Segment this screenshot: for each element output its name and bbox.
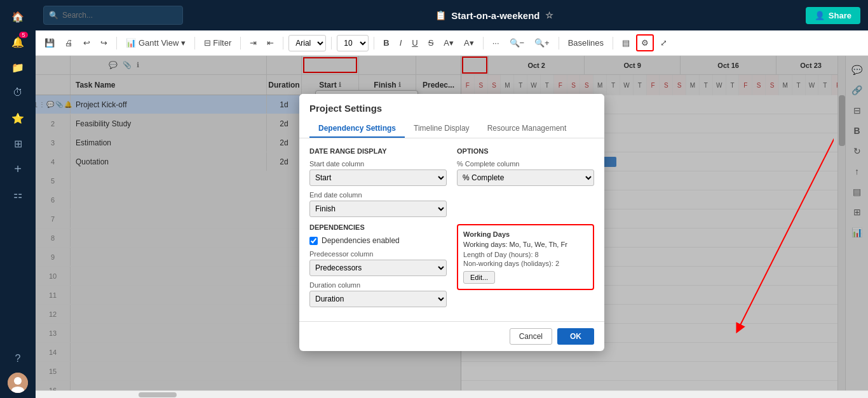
ok-button[interactable]: OK <box>557 328 594 345</box>
size-select[interactable]: 10 <box>337 35 369 51</box>
modal-body: Date range display Start date column Sta… <box>299 138 604 321</box>
gantt-view-icon: 📊 <box>126 38 136 48</box>
dur-col-select[interactable]: Duration <box>309 291 447 307</box>
tab-dependency-settings[interactable]: Dependency Settings <box>309 120 405 138</box>
underline-button[interactable]: U <box>408 36 421 50</box>
strikethrough-button[interactable]: S <box>424 36 438 50</box>
sidebar-icon-home[interactable]: 🏠 <box>6 5 29 28</box>
scrollbar-thumb[interactable] <box>139 392 177 397</box>
date-range-col: Date range display Start date column Sta… <box>309 147 447 312</box>
divider-3 <box>240 37 241 50</box>
tab-resource-management[interactable]: Resource Management <box>478 120 576 138</box>
outdent-button[interactable]: ⇤ <box>263 36 278 50</box>
gantt-view-label: Gantt View <box>139 38 179 48</box>
options-title: Options <box>457 147 594 155</box>
chevron-down-icon: ▾ <box>181 38 186 48</box>
search-icon: 🔍 <box>49 11 58 20</box>
more-button[interactable]: ··· <box>489 36 503 50</box>
baselines-button[interactable]: Baselines <box>564 36 607 50</box>
end-date-col-field: End date column Finish <box>309 191 447 217</box>
dependencies-enabled-label: Dependencies enabled <box>322 236 400 245</box>
sidebar-icon-help[interactable]: ? <box>6 347 29 370</box>
print-button[interactable]: 🖨 <box>61 36 77 50</box>
text-color-button[interactable]: A▾ <box>460 36 478 50</box>
bold-button[interactable]: B <box>379 36 393 50</box>
cancel-button[interactable]: Cancel <box>510 328 552 345</box>
options-col: Options % Complete column % Complete <box>457 147 594 312</box>
horizontal-scrollbar[interactable] <box>36 390 868 398</box>
divider-6 <box>374 37 374 50</box>
pct-complete-select[interactable]: % Complete <box>457 169 594 186</box>
redo-button[interactable]: ↪ <box>97 36 111 50</box>
holidays-text: Non-working days (holidays): 2 <box>463 260 588 267</box>
pct-complete-label: % Complete column <box>457 160 594 168</box>
user-avatar[interactable] <box>8 373 28 393</box>
modal-tabs: Dependency Settings Timeline Display Res… <box>309 120 594 138</box>
indent-button[interactable]: ⇥ <box>246 36 261 50</box>
dependencies-enabled-field: Dependencies enabled <box>309 236 447 245</box>
expand-button[interactable]: ⤢ <box>656 36 671 50</box>
share-icon: 👤 <box>815 11 825 20</box>
pred-col-select[interactable]: Predecessors <box>309 260 447 276</box>
settings-button[interactable]: ⚙ <box>636 34 654 51</box>
zoom-in-button[interactable]: 🔍+ <box>531 36 553 50</box>
divider-5 <box>331 37 332 50</box>
end-date-col-select[interactable]: Finish <box>309 201 447 217</box>
gantt-view-button[interactable]: 📊 Gantt View ▾ <box>122 36 189 50</box>
sidebar-icon-bell[interactable]: 🔔 5 <box>6 30 29 53</box>
modal-title: Project Settings <box>309 103 594 114</box>
zoom-out-button[interactable]: 🔍− <box>506 36 529 50</box>
divider-4 <box>283 37 283 50</box>
sidebar-icon-clock[interactable]: ⏱ <box>6 81 29 104</box>
modal-footer: Cancel OK <box>299 321 604 351</box>
search-input[interactable] <box>62 11 164 20</box>
star-icon[interactable]: ☆ <box>545 10 553 20</box>
toolbar: 💾 🖨 ↩ ↪ 📊 Gantt View ▾ ⊟ Filter ⇥ ⇤ Aria… <box>36 30 868 56</box>
sidebar-icon-apps[interactable]: ⚏ <box>6 183 29 206</box>
date-range-title: Date range display <box>309 147 447 155</box>
search-box[interactable]: 🔍 <box>43 6 183 25</box>
edit-working-days-button[interactable]: Edit... <box>463 271 495 284</box>
font-select[interactable]: Arial <box>288 35 326 51</box>
divider-7 <box>483 37 484 50</box>
dur-col-label: Duration column <box>309 281 447 289</box>
page-title: Start-on-a-weekend <box>451 10 539 21</box>
sidebar-icon-grid[interactable]: ⊞ <box>6 132 29 155</box>
notification-badge: 5 <box>19 32 28 38</box>
left-sidebar: 🏠 🔔 5 📁 ⏱ ⭐ ⊞ + ⚏ ? <box>0 0 36 398</box>
page-title-area: 📋 Start-on-a-weekend ☆ <box>188 10 801 21</box>
filter-button[interactable]: ⊟ Filter <box>200 36 235 50</box>
share-button[interactable]: 👤 Share <box>806 7 860 24</box>
save-button[interactable]: 💾 <box>41 36 58 50</box>
sidebar-icon-plus[interactable]: + <box>6 157 29 180</box>
bg-color-button[interactable]: A▾ <box>440 36 458 50</box>
content-area: 💬 📎 ℹ Task Name Duration <box>36 56 868 390</box>
sidebar-icon-folder[interactable]: 📁 <box>6 56 29 79</box>
layout-button[interactable]: ▤ <box>618 36 634 50</box>
undo-button[interactable]: ↩ <box>79 36 94 50</box>
divider-8 <box>559 37 559 50</box>
divider-1 <box>116 37 117 50</box>
pred-col-field: Predecessor column Predecessors <box>309 250 447 276</box>
filter-label: Filter <box>213 38 231 48</box>
divider-9 <box>613 37 613 50</box>
project-icon: 📋 <box>435 10 446 20</box>
modal-columns: Date range display Start date column Sta… <box>309 147 594 312</box>
pred-col-label: Predecessor column <box>309 250 447 258</box>
top-bar: 🔍 📋 Start-on-a-weekend ☆ 👤 Share <box>36 0 868 30</box>
divider-2 <box>194 37 195 50</box>
working-hours-text: Length of Day (hours): 8 <box>463 251 588 258</box>
dur-col-field: Duration column Duration <box>309 281 447 307</box>
dependencies-title: Dependencies <box>309 223 447 231</box>
share-label: Share <box>829 11 851 20</box>
sidebar-icon-star[interactable]: ⭐ <box>6 107 29 129</box>
start-date-col-select[interactable]: Start <box>309 169 447 186</box>
working-days-box: Working Days Working days: Mo, Tu, We, T… <box>457 224 594 290</box>
italic-button[interactable]: I <box>396 36 406 50</box>
baselines-label: Baselines <box>568 38 604 48</box>
modal-overlay: Project Settings Dependency Settings Tim… <box>36 56 868 390</box>
dependencies-enabled-checkbox[interactable] <box>309 237 318 245</box>
filter-icon: ⊟ <box>204 38 211 48</box>
svg-point-1 <box>14 377 22 385</box>
tab-timeline-display[interactable]: Timeline Display <box>405 120 478 138</box>
